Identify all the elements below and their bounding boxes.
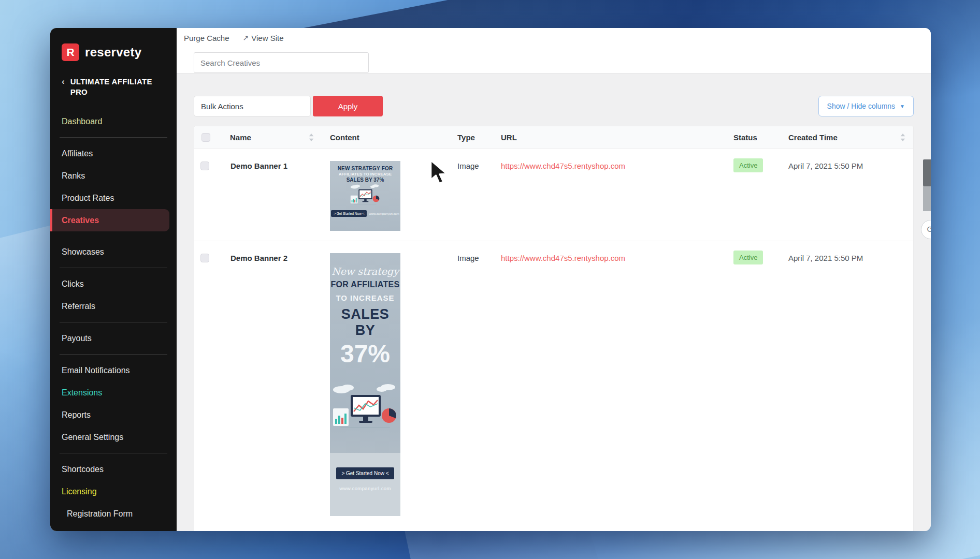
header-created-label: Created Time: [788, 133, 838, 142]
sidebar-item-referrals[interactable]: Referrals: [50, 295, 177, 317]
cell-url: https://www.chd47s5.rentyshop.com: [494, 241, 727, 262]
sidebar-item-reports[interactable]: Reports: [50, 404, 177, 426]
creative-url-link[interactable]: https://www.chd47s5.rentyshop.com: [501, 254, 625, 262]
search-strip: [177, 48, 931, 73]
brand: R reservety: [50, 28, 177, 66]
controls-row: Bulk Actions Apply Show / Hide columns ▼: [194, 96, 914, 116]
header-name-label: Name: [230, 133, 251, 142]
main-content: Purge Cache ↗ View Site Bulk Actions App…: [177, 28, 931, 531]
cell-name: Demo Banner 1: [223, 149, 319, 170]
scrollbar[interactable]: [923, 159, 931, 211]
sidebar-item-affiliates[interactable]: Affiliates: [50, 142, 177, 165]
scrollbar-thumb[interactable]: [923, 159, 931, 186]
sort-icon[interactable]: [900, 134, 906, 141]
table-row: Demo Banner 1 NEW STRATEGY FOR AFFILIATE…: [194, 149, 913, 241]
cell-status: Active: [727, 149, 784, 172]
plugin-title: ULTIMATE AFFILIATE PRO: [70, 77, 153, 98]
sidebar-item-ranks[interactable]: Ranks: [50, 165, 177, 187]
header-name: Name: [223, 133, 319, 142]
sidebar-item-product-rates[interactable]: Product Rates: [50, 187, 177, 209]
sidebar-item-registration-form[interactable]: Registration Form: [50, 503, 177, 525]
row-checkbox-cell: [194, 241, 223, 264]
banner-footer: > Get Started Now < www.companyurl.com: [330, 210, 400, 217]
status-badge: Active: [733, 158, 763, 172]
banner-text: SALES BY 37%: [330, 177, 400, 183]
divider: [60, 354, 167, 355]
banner-url-text: www.companyurl.com: [330, 486, 400, 491]
header-content-label: Content: [330, 133, 359, 142]
sidebar-item-showcases[interactable]: Showcases: [50, 241, 177, 263]
bulk-actions-select[interactable]: Bulk Actions: [194, 96, 311, 116]
sort-icon[interactable]: [308, 134, 314, 141]
header-url: URL: [494, 133, 727, 142]
banner-illustration: [330, 379, 400, 440]
scrollbar-track[interactable]: [923, 186, 931, 211]
sidebar-item-payouts[interactable]: Payouts: [50, 327, 177, 349]
cell-name: Demo Banner 2: [223, 241, 319, 262]
divider: [60, 322, 167, 322]
banner-text: NEW STRATEGY FOR: [330, 161, 400, 171]
bulk-actions-label: Bulk Actions: [201, 102, 243, 111]
table-row: Demo Banner 2 New strategy FOR AFFILIATE…: [194, 241, 913, 531]
banner-text: FOR AFFILIATES: [330, 280, 400, 289]
cell-url: https://www.chd47s5.rentyshop.com: [494, 149, 727, 170]
table-header-row: Name Content Type URL S: [194, 126, 913, 149]
header-status-label: Status: [733, 133, 757, 142]
banner-cta-button: > Get Started Now <: [336, 467, 394, 479]
cell-content: NEW STRATEGY FOR AFFILIATES TO INCREASE …: [319, 149, 449, 231]
header-created-time: Created Time: [784, 133, 913, 142]
plugin-header[interactable]: ‹ ULTIMATE AFFILIATE PRO: [50, 66, 177, 106]
purge-cache-link[interactable]: Purge Cache: [184, 34, 229, 42]
sidebar-item-email-notifications[interactable]: Email Notifications: [50, 359, 177, 381]
collapse-chevron-icon[interactable]: ‹: [62, 77, 65, 98]
sidebar-item-clicks[interactable]: Clicks: [50, 273, 177, 295]
select-all-checkbox[interactable]: [201, 133, 210, 142]
cell-content: New strategy FOR AFFILIATES TO INCREASE …: [319, 241, 449, 516]
show-hide-columns-label: Show / Hide columns: [827, 102, 896, 110]
row-checkbox[interactable]: [200, 254, 209, 262]
cell-created-time: April 7, 2021 5:50 PM: [784, 241, 913, 262]
sidebar-nav: Dashboard Affiliates Ranks Product Rates…: [50, 106, 177, 525]
row-checkbox-cell: [194, 149, 223, 172]
banner-footer: > Get Started Now < www.companyurl.com: [330, 453, 400, 516]
creatives-page: Bulk Actions Apply Show / Hide columns ▼…: [177, 73, 931, 531]
search-input[interactable]: [194, 52, 369, 73]
sidebar-item-general-settings[interactable]: General Settings: [50, 426, 177, 448]
sidebar-item-dashboard[interactable]: Dashboard: [50, 110, 177, 133]
brand-name: reservety: [85, 45, 141, 60]
apply-button[interactable]: Apply: [313, 96, 383, 116]
refresh-icon: ⟳: [927, 224, 931, 235]
creatives-table: Name Content Type URL S: [194, 126, 914, 531]
banner-illustration: [335, 183, 396, 209]
sidebar: R reservety ‹ ULTIMATE AFFILIATE PRO Das…: [50, 28, 177, 531]
show-hide-columns-button[interactable]: Show / Hide columns ▼: [818, 96, 914, 116]
admin-topbar: Purge Cache ↗ View Site: [177, 28, 931, 48]
creative-thumbnail-demo-banner-2: New strategy FOR AFFILIATES TO INCREASE …: [330, 253, 400, 516]
chevron-down-icon: ▼: [900, 104, 905, 109]
cell-status: Active: [727, 241, 784, 264]
divider: [60, 137, 167, 138]
banner-url-text: www.companyurl.com: [369, 212, 399, 215]
cell-created-time: April 7, 2021 5:50 PM: [784, 149, 913, 170]
creative-url-link[interactable]: https://www.chd47s5.rentyshop.com: [501, 161, 625, 170]
status-badge: Active: [733, 251, 763, 264]
banner-text: 37%: [330, 340, 400, 368]
header-type-label: Type: [457, 133, 475, 142]
sidebar-item-creatives[interactable]: Creatives: [50, 209, 169, 231]
cell-type: Image: [449, 241, 494, 262]
creative-thumbnail-demo-banner-1: NEW STRATEGY FOR AFFILIATES TO INCREASE …: [330, 161, 400, 231]
header-status: Status: [727, 133, 784, 142]
sidebar-item-licensing[interactable]: Licensing: [50, 480, 177, 503]
banner-text: AFFILIATES TO INCREASE: [330, 172, 400, 176]
header-checkbox-cell: [194, 133, 223, 142]
header-type: Type: [449, 133, 494, 142]
view-site-link[interactable]: ↗ View Site: [243, 34, 284, 42]
header-url-label: URL: [501, 133, 517, 142]
row-checkbox[interactable]: [200, 161, 209, 170]
banner-text: New strategy: [330, 253, 400, 277]
app-window: R reservety ‹ ULTIMATE AFFILIATE PRO Das…: [50, 28, 931, 531]
divider: [60, 453, 167, 453]
sidebar-item-shortcodes[interactable]: Shortcodes: [50, 458, 177, 480]
view-site-label: View Site: [251, 34, 283, 42]
sidebar-item-extensions[interactable]: Extensions: [50, 381, 177, 404]
